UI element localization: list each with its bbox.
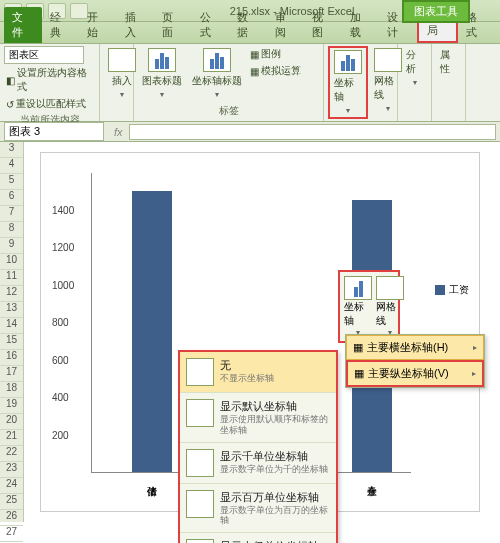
vaxis-icon: ▦ <box>354 367 364 380</box>
format-selection-button[interactable]: ◧设置所选内容格式 <box>4 65 95 95</box>
row-header[interactable]: 26 <box>0 510 23 526</box>
axes-flyout: 坐标轴▾ 网格线▾ <box>338 270 400 343</box>
ribbon-tabs: 文件 经典 开始 插入 页面 公式 数据 审阅 视图 加载 设计 布局 格式 <box>0 22 500 44</box>
axis-millions-icon <box>186 490 214 518</box>
row-header[interactable]: 21 <box>0 430 23 446</box>
axis-default-icon <box>186 399 214 427</box>
axes-button[interactable]: 坐标轴▾ <box>328 46 368 119</box>
legend-swatch <box>435 285 445 295</box>
y-tick-label: 1200 <box>52 242 74 253</box>
row-header[interactable]: 4 <box>0 158 23 174</box>
format-icon: ◧ <box>6 75 15 86</box>
tab-home[interactable]: 开始 <box>79 7 117 43</box>
y-tick-label: 800 <box>52 317 69 328</box>
worksheet: 3456789101112131415161718192021222324252… <box>0 142 500 522</box>
chart-element-selector[interactable]: 图表区 <box>4 46 84 64</box>
tab-formula[interactable]: 公式 <box>192 7 230 43</box>
axes-icon <box>334 50 362 74</box>
tab-page[interactable]: 页面 <box>154 7 192 43</box>
row-header[interactable]: 23 <box>0 462 23 478</box>
axis-option-thousands[interactable]: 显示千单位坐标轴显示数字单位为千的坐标轴 <box>180 443 336 484</box>
row-header[interactable]: 15 <box>0 334 23 350</box>
y-tick-label: 600 <box>52 355 69 366</box>
reset-style-button[interactable]: ↺重设以匹配样式 <box>4 96 95 112</box>
row-header[interactable]: 20 <box>0 414 23 430</box>
gridlines-flyout-button[interactable]: 网格线▾ <box>374 274 406 339</box>
legend-label: 工资 <box>449 283 469 297</box>
chart-bar[interactable] <box>132 191 172 472</box>
row-header[interactable]: 24 <box>0 478 23 494</box>
tab-classic[interactable]: 经典 <box>42 7 80 43</box>
y-tick-label: 400 <box>52 392 69 403</box>
row-header[interactable]: 18 <box>0 382 23 398</box>
tab-insert[interactable]: 插入 <box>117 7 155 43</box>
row-header[interactable]: 3 <box>0 142 23 158</box>
row-header[interactable]: 5 <box>0 174 23 190</box>
y-tick-label: 1000 <box>52 280 74 291</box>
row-header[interactable]: 10 <box>0 254 23 270</box>
row-header[interactable]: 25 <box>0 494 23 510</box>
row-header[interactable]: 14 <box>0 318 23 334</box>
chart-legend[interactable]: 工资 <box>435 283 469 297</box>
axis-option-billions[interactable]: 显示十亿单位坐标轴显示数字单位为十亿的坐标轴 <box>180 533 336 543</box>
row-header[interactable]: 6 <box>0 190 23 206</box>
axis-option-millions[interactable]: 显示百万单位坐标轴显示数字单位为百万的坐标轴 <box>180 484 336 534</box>
y-tick-label: 200 <box>52 430 69 441</box>
row-header[interactable]: 22 <box>0 446 23 462</box>
group-label-labels: 标签 <box>138 103 319 119</box>
row-header[interactable]: 27 <box>0 526 23 542</box>
tab-addin[interactable]: 加载 <box>342 7 380 43</box>
row-header[interactable]: 13 <box>0 302 23 318</box>
legend-icon: ▦ <box>250 49 259 60</box>
gridlines-icon <box>376 276 404 300</box>
axis-thousands-icon <box>186 449 214 477</box>
tab-view[interactable]: 视图 <box>304 7 342 43</box>
row-header[interactable]: 12 <box>0 286 23 302</box>
row-headers: 3456789101112131415161718192021222324252… <box>0 142 24 522</box>
chart-tools-context-tab: 图表工具 <box>402 0 470 23</box>
row-header[interactable]: 8 <box>0 222 23 238</box>
axes-icon <box>344 276 372 300</box>
row-header[interactable]: 16 <box>0 350 23 366</box>
row-header[interactable]: 7 <box>0 206 23 222</box>
axes-submenu: ▦主要横坐标轴(H)▸ ▦主要纵坐标轴(V)▸ <box>345 334 485 388</box>
formula-bar[interactable] <box>129 124 496 140</box>
properties-button[interactable]: 属性 <box>436 46 461 78</box>
name-box[interactable]: 图表 3 <box>4 122 104 141</box>
analysis-button[interactable]: 分析▾ <box>402 46 427 89</box>
chart-title-button[interactable]: 图表标题▾ <box>138 46 186 101</box>
axis-option-default[interactable]: 显示默认坐标轴显示使用默认顺序和标签的坐标轴 <box>180 393 336 443</box>
insert-icon <box>108 48 136 72</box>
axis-option-none[interactable]: 无不显示坐标轴 <box>180 352 336 393</box>
chart-title-icon <box>148 48 176 72</box>
formula-bar-row: 图表 3 fx <box>0 122 500 142</box>
primary-vertical-axis-item[interactable]: ▦主要纵坐标轴(V)▸ <box>346 360 484 387</box>
axis-billions-icon <box>186 539 214 543</box>
row-header[interactable]: 17 <box>0 366 23 382</box>
axis-none-icon <box>186 358 214 386</box>
data-table-button[interactable]: ▦模拟运算 <box>248 63 303 79</box>
row-header[interactable]: 11 <box>0 270 23 286</box>
axis-title-button[interactable]: 坐标轴标题▾ <box>188 46 246 101</box>
fx-icon[interactable]: fx <box>108 126 129 138</box>
ribbon: 图表区 ◧设置所选内容格式 ↺重设以匹配样式 当前所选内容 插入▾ 图表标题▾ … <box>0 44 500 122</box>
legend-button[interactable]: ▦图例 <box>248 46 303 62</box>
tab-file[interactable]: 文件 <box>4 7 42 43</box>
axes-flyout-button[interactable]: 坐标轴▾ <box>342 274 374 339</box>
tab-review[interactable]: 审阅 <box>267 7 305 43</box>
axis-title-icon <box>203 48 231 72</box>
row-header[interactable]: 9 <box>0 238 23 254</box>
data-table-icon: ▦ <box>250 66 259 77</box>
tab-data[interactable]: 数据 <box>229 7 267 43</box>
row-header[interactable]: 19 <box>0 398 23 414</box>
y-tick-label: 1400 <box>52 205 74 216</box>
vertical-axis-options-menu: 无不显示坐标轴 显示默认坐标轴显示使用默认顺序和标签的坐标轴 显示千单位坐标轴显… <box>178 350 338 543</box>
haxis-icon: ▦ <box>353 341 363 354</box>
reset-icon: ↺ <box>6 99 14 110</box>
primary-horizontal-axis-item[interactable]: ▦主要横坐标轴(H)▸ <box>346 335 484 360</box>
